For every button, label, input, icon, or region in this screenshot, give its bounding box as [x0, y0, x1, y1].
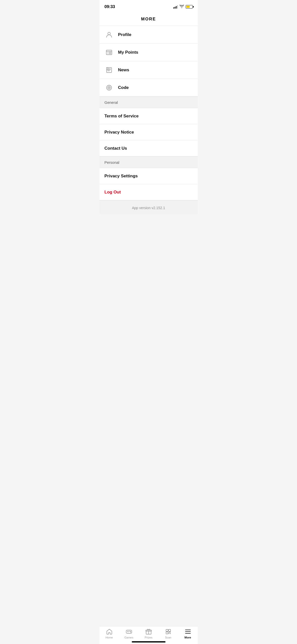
menu-item-contact-us[interactable]: Contact Us	[100, 140, 198, 156]
app-version-section: App version v2.152.1	[100, 200, 198, 214]
status-bar: 09:33	[100, 0, 198, 12]
page-title: MORE	[141, 17, 156, 21]
menu-item-news[interactable]: News	[100, 61, 198, 79]
menu-item-privacy-notice[interactable]: Privacy Notice	[100, 124, 198, 140]
menu-label-privacy-notice: Privacy Notice	[105, 130, 134, 135]
menu-label-contact-us: Contact Us	[105, 146, 127, 151]
person-icon	[105, 30, 114, 39]
status-icons	[173, 5, 193, 9]
menu-label-terms: Terms of Service	[105, 114, 139, 119]
personal-section-header: Personal	[100, 156, 198, 168]
svg-rect-2	[109, 52, 111, 54]
general-label: General	[105, 100, 118, 105]
page-header: MORE	[100, 12, 198, 26]
menu-label-news: News	[118, 68, 129, 73]
main-menu-section: Profile My Points	[100, 26, 198, 96]
general-menu-section: Terms of Service Privacy Notice Contact …	[100, 108, 198, 156]
menu-item-code[interactable]: Code	[100, 79, 198, 96]
menu-label-code: Code	[118, 85, 129, 90]
svg-point-0	[108, 32, 110, 35]
battery-icon	[186, 5, 193, 9]
menu-item-log-out[interactable]: Log Out	[100, 184, 198, 200]
wifi-icon	[180, 5, 184, 9]
personal-menu-section: Privacy Settings Log Out	[100, 168, 198, 200]
menu-item-privacy-settings[interactable]: Privacy Settings	[100, 168, 198, 184]
code-icon	[105, 83, 114, 92]
personal-label: Personal	[105, 160, 119, 165]
signal-icon	[173, 5, 178, 9]
news-icon	[105, 66, 114, 75]
status-time: 09:33	[105, 4, 115, 9]
points-icon	[105, 48, 114, 57]
svg-rect-3	[107, 68, 112, 73]
menu-item-my-points[interactable]: My Points	[100, 44, 198, 61]
menu-label-privacy-settings: Privacy Settings	[105, 174, 138, 179]
general-section-header: General	[100, 96, 198, 108]
menu-label-log-out: Log Out	[105, 190, 121, 195]
content-wrapper: Profile My Points	[100, 26, 198, 239]
menu-item-profile[interactable]: Profile	[100, 26, 198, 44]
svg-rect-4	[107, 68, 108, 70]
menu-item-terms[interactable]: Terms of Service	[100, 108, 198, 124]
app-version-text: App version v2.152.1	[132, 206, 165, 210]
menu-label-profile: Profile	[118, 32, 131, 37]
svg-point-7	[109, 87, 109, 88]
menu-label-my-points: My Points	[118, 50, 138, 55]
